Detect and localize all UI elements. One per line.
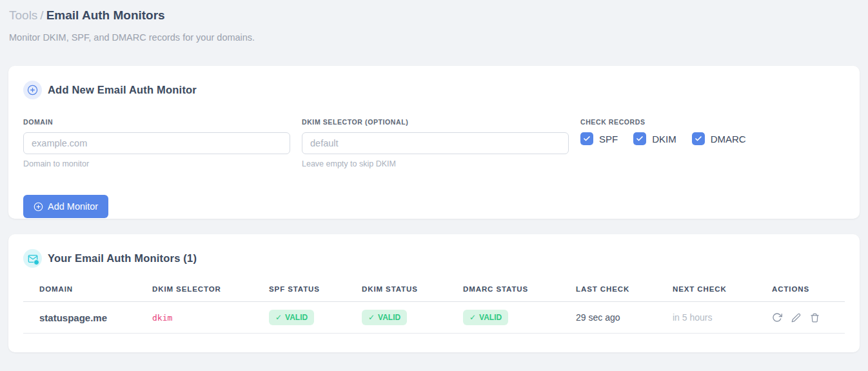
refresh-icon (772, 312, 782, 323)
table-row: statuspage.me dkim ✓ VALID ✓ VALID (23, 302, 845, 334)
spf-checkbox-label: SPF (599, 134, 618, 145)
checkbox-spf[interactable]: SPF (580, 132, 618, 145)
breadcrumb-tools-link[interactable]: Tools (9, 8, 37, 22)
monitor-domain: statuspage.me (23, 302, 136, 334)
column-header-dkim-status: DKIM STATUS (346, 279, 447, 302)
dmarc-status-badge: ✓ VALID (463, 310, 508, 325)
dmarc-checked-checkbox-icon[interactable] (692, 132, 705, 145)
plus-circle-icon (34, 202, 43, 212)
monitor-next-check: in 5 hours (656, 302, 756, 334)
breadcrumb: Tools/Email Auth Monitors (9, 8, 859, 23)
dkim-selector-field-label: DKIM SELECTOR (OPTIONAL) (302, 118, 569, 126)
column-header-last-check: LAST CHECK (560, 279, 656, 302)
email-auth-monitors-page: Tools/Email Auth Monitors Monitor DKIM, … (0, 0, 868, 352)
add-monitor-button[interactable]: Add Monitor (23, 195, 108, 218)
trash-icon (810, 313, 820, 323)
domain-field-label: DOMAIN (23, 118, 290, 126)
dkim-status-badge: ✓ VALID (362, 310, 407, 325)
spf-status-badge: ✓ VALID (269, 310, 314, 325)
domain-field-group: DOMAIN Domain to monitor (23, 118, 290, 168)
column-header-dmarc-status: DMARC STATUS (447, 279, 560, 302)
refresh-button[interactable] (772, 312, 782, 323)
dkim-checkbox-label: DKIM (652, 134, 676, 145)
check-icon: ✓ (469, 313, 476, 322)
dmarc-checkbox-label: DMARC (711, 134, 746, 145)
add-monitor-button-label: Add Monitor (48, 201, 98, 212)
check-records-label: CHECK RECORDS (580, 118, 746, 126)
dmarc-status-text: VALID (479, 313, 502, 322)
check-records-group: CHECK RECORDS SPF DKIM (580, 118, 746, 168)
page-title: Email Auth Monitors (46, 8, 165, 22)
dkim-selector-field-group: DKIM SELECTOR (OPTIONAL) Leave empty to … (302, 118, 569, 168)
column-header-actions: ACTIONS (756, 279, 845, 302)
plus-circle-icon (23, 81, 42, 99)
checkbox-dmarc[interactable]: DMARC (692, 132, 746, 145)
column-header-next-check: NEXT CHECK (656, 279, 756, 302)
page-header: Tools/Email Auth Monitors Monitor DKIM, … (8, 6, 860, 43)
column-header-domain: DOMAIN (23, 279, 136, 302)
column-header-spf-status: SPF STATUS (253, 279, 346, 302)
monitor-actions (772, 312, 841, 323)
monitors-list-card: Your Email Auth Monitors (1) DOMAIN DKIM… (8, 234, 860, 352)
delete-button[interactable] (810, 313, 820, 323)
monitor-dkim-selector: dkim (136, 302, 253, 334)
spf-status-text: VALID (285, 313, 308, 322)
check-icon: ✓ (368, 313, 375, 322)
column-header-dkim-selector: DKIM SELECTOR (136, 279, 253, 302)
edit-button[interactable] (791, 313, 801, 323)
dkim-selector-field-hint: Leave empty to skip DKIM (302, 159, 569, 168)
envelope-check-badge (34, 259, 39, 265)
breadcrumb-separator: / (40, 8, 43, 22)
edit-pencil-icon (791, 313, 801, 323)
page-subtitle: Monitor DKIM, SPF, and DMARC records for… (9, 32, 859, 43)
spf-checked-checkbox-icon[interactable] (580, 132, 593, 145)
add-monitor-form: DOMAIN Domain to monitor DKIM SELECTOR (… (23, 118, 845, 168)
check-icon: ✓ (275, 313, 282, 322)
dkim-checked-checkbox-icon[interactable] (633, 132, 646, 145)
dkim-status-text: VALID (378, 313, 400, 322)
check-records-row: SPF DKIM DMARC (580, 132, 746, 145)
table-header-row: DOMAIN DKIM SELECTOR SPF STATUS DKIM STA… (23, 279, 845, 302)
add-monitor-card: Add New Email Auth Monitor DOMAIN Domain… (8, 66, 860, 219)
dkim-selector-input[interactable] (302, 132, 569, 154)
monitors-card-header: Your Email Auth Monitors (1) (23, 249, 845, 268)
add-monitor-card-header: Add New Email Auth Monitor (23, 81, 845, 99)
monitor-last-check: 29 sec ago (560, 302, 656, 334)
add-monitor-title: Add New Email Auth Monitor (48, 84, 197, 96)
monitors-title: Your Email Auth Monitors (1) (48, 252, 197, 265)
domain-input[interactable] (23, 132, 290, 154)
envelope-check-icon (23, 249, 42, 268)
checkbox-dkim[interactable]: DKIM (633, 132, 676, 145)
monitors-table: DOMAIN DKIM SELECTOR SPF STATUS DKIM STA… (23, 279, 845, 334)
domain-field-hint: Domain to monitor (23, 159, 290, 168)
